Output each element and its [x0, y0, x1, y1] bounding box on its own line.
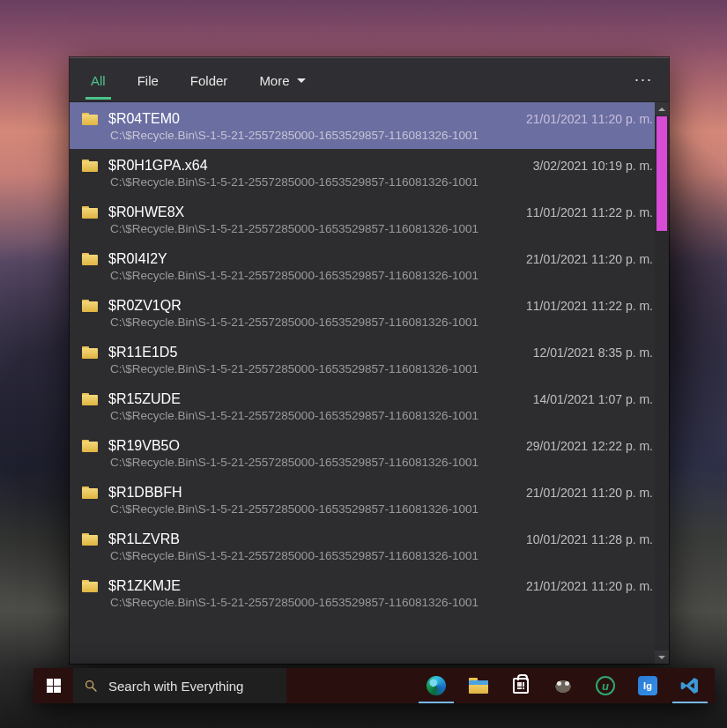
result-name: $R15ZUDE: [108, 391, 181, 407]
result-name: $R0I4I2Y: [108, 251, 167, 267]
folder-icon: [82, 113, 98, 125]
search-icon: [84, 679, 98, 693]
overflow-menu-button[interactable]: ···: [627, 65, 660, 94]
result-row[interactable]: $R0HWE8X11/01/2021 11:22 p. m.C:\$Recycl…: [70, 196, 669, 242]
taskbar: u Ig: [33, 668, 715, 703]
result-date: 10/01/2021 11:28 p. m.: [508, 532, 653, 546]
result-path: C:\$Recycle.Bin\S-1-5-21-2557285000-1653…: [82, 316, 653, 329]
gimp-icon: [553, 678, 574, 694]
result-row[interactable]: $R1LZVRB10/01/2021 11:28 p. m.C:\$Recycl…: [70, 523, 669, 569]
svg-point-0: [86, 681, 93, 688]
windows-logo-icon: [47, 679, 61, 693]
taskbar-search-input[interactable]: [108, 679, 276, 694]
taskbar-pinned-apps: u Ig: [415, 668, 715, 703]
result-date: 12/01/2021 8:35 p. m.: [516, 345, 653, 360]
vscode-icon: [680, 676, 700, 695]
utorrent-icon: u: [596, 676, 615, 695]
result-name: $R11E1D5: [108, 345, 177, 360]
svg-line-1: [93, 687, 96, 691]
taskbar-app-gimp[interactable]: [542, 668, 584, 703]
folder-icon: [82, 253, 98, 265]
result-name: $R19VB5O: [108, 438, 180, 454]
taskbar-app-vscode[interactable]: [669, 668, 711, 703]
result-name: $R04TEM0: [108, 111, 180, 127]
scroll-down-button[interactable]: [655, 650, 669, 664]
result-date: 3/02/2021 10:19 p. m.: [516, 159, 653, 173]
result-path: C:\$Recycle.Bin\S-1-5-21-2557285000-1653…: [82, 175, 653, 189]
result-path: C:\$Recycle.Bin\S-1-5-21-2557285000-1653…: [82, 269, 653, 282]
result-row[interactable]: $R19VB5O29/01/2021 12:22 p. m.C:\$Recycl…: [70, 429, 669, 476]
scroll-thumb[interactable]: [657, 116, 667, 231]
tab-folder[interactable]: Folder: [185, 61, 234, 100]
results-list[interactable]: $R04TEM021/01/2021 11:20 p. m.C:\$Recycl…: [70, 102, 669, 664]
result-row[interactable]: $R1DBBFH21/01/2021 11:20 p. m.C:\$Recycl…: [70, 476, 669, 523]
result-path: C:\$Recycle.Bin\S-1-5-21-2557285000-1653…: [82, 549, 653, 562]
result-date: 21/01/2021 11:20 p. m.: [508, 486, 653, 500]
result-path: C:\$Recycle.Bin\S-1-5-21-2557285000-1653…: [82, 362, 653, 375]
result-row[interactable]: $R0H1GPA.x643/02/2021 10:19 p. m.C:\$Rec…: [70, 149, 669, 196]
folder-icon: [82, 346, 98, 359]
result-date: 21/01/2021 11:20 p. m.: [508, 579, 653, 593]
result-row[interactable]: $R0ZV1QR11/01/2021 11:22 p. m.C:\$Recycl…: [70, 289, 669, 336]
result-path: C:\$Recycle.Bin\S-1-5-21-2557285000-1653…: [82, 222, 653, 235]
folder-icon: [82, 440, 98, 452]
everything-search-window: All File Folder More ··· $R04TEM021/01/2…: [70, 57, 669, 664]
microsoft-store-icon: [513, 678, 529, 694]
start-button[interactable]: [33, 668, 73, 703]
result-row[interactable]: $R15ZUDE14/01/2021 1:07 p. m.C:\$Recycle…: [70, 383, 669, 429]
edge-icon: [427, 676, 446, 695]
folder-icon: [82, 487, 98, 499]
tab-all[interactable]: All: [85, 61, 111, 100]
taskbar-app-explorer[interactable]: [457, 668, 500, 703]
folder-icon: [82, 533, 98, 546]
result-date: 14/01/2021 1:07 p. m.: [516, 392, 653, 406]
result-name: $R1DBBFH: [108, 485, 182, 501]
folder-icon: [82, 393, 98, 405]
filter-tabs: All File Folder More ···: [70, 58, 669, 102]
taskbar-app-store[interactable]: [500, 668, 542, 703]
result-date: 21/01/2021 11:20 p. m.: [508, 252, 653, 266]
taskbar-app-edge[interactable]: [415, 668, 457, 703]
result-row[interactable]: $R04TEM021/01/2021 11:20 p. m.C:\$Recycl…: [70, 102, 669, 149]
result-name: $R0H1GPA.x64: [108, 158, 208, 174]
result-path: C:\$Recycle.Bin\S-1-5-21-2557285000-1653…: [82, 596, 653, 609]
result-name: $R0ZV1QR: [108, 298, 182, 314]
taskbar-search[interactable]: [73, 668, 286, 703]
result-row[interactable]: $R11E1D512/01/2021 8:35 p. m.C:\$Recycle…: [70, 336, 669, 383]
folder-icon: [82, 580, 98, 592]
result-name: $R1ZKMJE: [108, 578, 181, 594]
chevron-down-icon: [297, 78, 306, 83]
folder-icon: [82, 300, 98, 312]
result-date: 11/01/2021 11:22 p. m.: [508, 299, 653, 313]
igdm-icon: Ig: [638, 676, 657, 695]
tab-file[interactable]: File: [132, 61, 164, 100]
result-path: C:\$Recycle.Bin\S-1-5-21-2557285000-1653…: [82, 129, 653, 142]
result-date: 21/01/2021 11:20 p. m.: [508, 112, 653, 126]
folder-icon: [82, 160, 98, 172]
tab-more[interactable]: More: [254, 61, 310, 100]
result-name: $R1LZVRB: [108, 531, 180, 547]
tab-more-label: More: [259, 73, 289, 88]
result-path: C:\$Recycle.Bin\S-1-5-21-2557285000-1653…: [82, 456, 653, 469]
scrollbar[interactable]: [655, 102, 669, 664]
folder-icon: [82, 206, 98, 219]
taskbar-app-utorrent[interactable]: u: [584, 668, 627, 703]
result-name: $R0HWE8X: [108, 204, 184, 220]
result-path: C:\$Recycle.Bin\S-1-5-21-2557285000-1653…: [82, 502, 653, 516]
result-path: C:\$Recycle.Bin\S-1-5-21-2557285000-1653…: [82, 409, 653, 422]
taskbar-app-igdm[interactable]: Ig: [627, 668, 669, 703]
result-row[interactable]: $R1ZKMJE21/01/2021 11:20 p. m.C:\$Recycl…: [70, 569, 669, 616]
result-date: 11/01/2021 11:22 p. m.: [508, 205, 653, 219]
result-date: 29/01/2021 12:22 p. m.: [508, 439, 653, 453]
result-row[interactable]: $R0I4I2Y21/01/2021 11:20 p. m.C:\$Recycl…: [70, 242, 669, 289]
file-explorer-icon: [469, 678, 488, 694]
scroll-up-button[interactable]: [655, 102, 669, 115]
